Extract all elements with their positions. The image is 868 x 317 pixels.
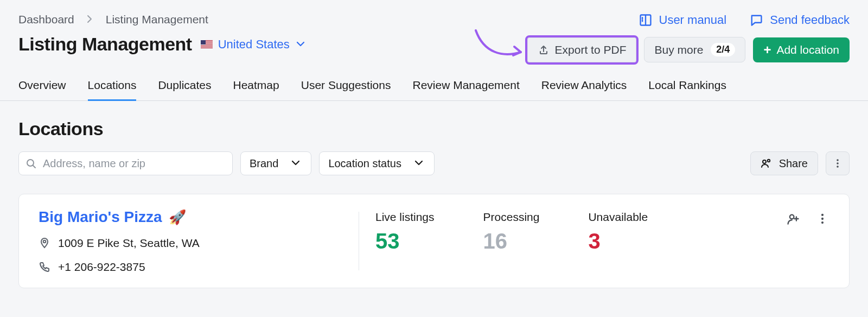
page-title: Listing Management — [18, 34, 192, 55]
live-listings-label: Live listings — [375, 211, 435, 224]
business-phone: +1 206-922-3875 — [58, 261, 145, 274]
business-name-link[interactable]: Big Mario's Pizza — [39, 208, 162, 226]
region-selector[interactable]: United States — [201, 37, 307, 52]
search-input[interactable] — [18, 151, 233, 175]
send-feedback-link[interactable]: Send feedback — [749, 13, 850, 27]
export-pdf-button[interactable]: Export to PDF — [527, 37, 637, 62]
tab-duplicates[interactable]: Duplicates — [158, 73, 211, 100]
tab-overview[interactable]: Overview — [18, 73, 66, 100]
card-divider — [359, 212, 359, 270]
region-label: United States — [218, 37, 290, 52]
export-pdf-label: Export to PDF — [555, 43, 627, 56]
tab-local-rankings[interactable]: Local Rankings — [648, 73, 726, 100]
status-filter[interactable]: Location status — [319, 151, 435, 175]
person-add-icon — [786, 212, 800, 226]
dots-vertical-icon — [815, 212, 829, 226]
tab-review-analytics[interactable]: Review Analytics — [541, 73, 627, 100]
card-more-button[interactable] — [815, 212, 829, 226]
business-address: 1009 E Pike St, Seattle, WA — [58, 237, 200, 250]
us-flag-icon — [201, 40, 213, 48]
tabs-bar: Overview Locations Duplicates Heatmap Us… — [0, 73, 868, 101]
chevron-down-icon — [413, 157, 425, 169]
status-filter-label: Location status — [328, 157, 401, 170]
tab-heatmap[interactable]: Heatmap — [233, 73, 279, 100]
buy-more-count: 2/4 — [711, 43, 735, 56]
chevron-down-icon — [290, 157, 302, 169]
location-card: Big Mario's Pizza 🚀 1009 E Pike St, Seat… — [18, 194, 850, 288]
add-location-label: Add location — [776, 43, 839, 56]
tab-locations[interactable]: Locations — [88, 73, 137, 100]
brand-filter[interactable]: Brand — [240, 151, 311, 175]
processing-label: Processing — [483, 211, 540, 224]
breadcrumb-current: Listing Management — [106, 13, 208, 26]
breadcrumb: Dashboard Listing Management — [18, 13, 307, 26]
more-options-button[interactable] — [826, 151, 850, 175]
chevron-down-icon — [295, 39, 307, 50]
add-person-button[interactable] — [786, 212, 800, 226]
chat-icon — [749, 13, 763, 27]
buy-more-button[interactable]: Buy more 2/4 — [644, 37, 745, 62]
book-icon — [639, 13, 653, 27]
section-title: Locations — [18, 118, 850, 140]
share-label: Share — [779, 157, 808, 170]
breadcrumb-root[interactable]: Dashboard — [18, 13, 74, 26]
buy-more-label: Buy more — [654, 43, 703, 56]
unavailable-label: Unavailable — [588, 211, 648, 224]
brand-filter-label: Brand — [250, 157, 278, 170]
people-icon — [761, 157, 773, 169]
phone-icon — [39, 261, 50, 273]
user-manual-label: User manual — [659, 13, 727, 27]
search-icon — [25, 157, 37, 169]
live-listings-value: 53 — [375, 229, 435, 253]
rocket-icon: 🚀 — [169, 209, 186, 226]
unavailable-value: 3 — [588, 229, 648, 253]
chevron-right-icon — [84, 14, 96, 26]
processing-value: 16 — [483, 229, 540, 253]
share-button[interactable]: Share — [750, 151, 818, 175]
add-location-button[interactable]: + Add location — [753, 37, 850, 62]
upload-icon — [538, 44, 550, 56]
send-feedback-label: Send feedback — [770, 13, 850, 27]
dots-vertical-icon — [832, 157, 844, 169]
tab-review-management[interactable]: Review Management — [412, 73, 519, 100]
pin-icon — [39, 237, 50, 249]
tab-user-suggestions[interactable]: User Suggestions — [301, 73, 391, 100]
annotation-arrow — [473, 26, 527, 64]
plus-icon: + — [763, 43, 771, 56]
user-manual-link[interactable]: User manual — [639, 13, 727, 27]
